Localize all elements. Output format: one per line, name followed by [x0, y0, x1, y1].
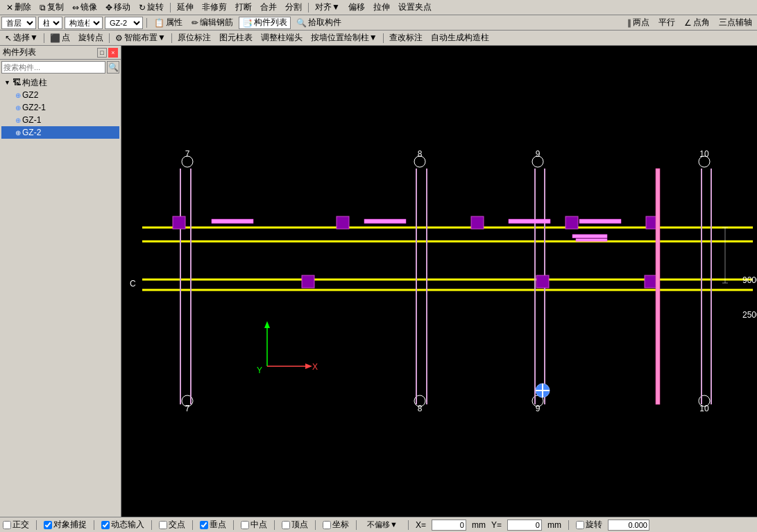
- divider2: [109, 33, 110, 43]
- snap-coordinate[interactable]: 坐标: [323, 519, 349, 531]
- svg-rect-0: [121, 144, 757, 418]
- smart-place-button[interactable]: ⚙ 智能布置▼: [112, 32, 169, 44]
- component-id-select[interactable]: GZ-2: [105, 17, 143, 29]
- properties-icon: 📋: [154, 18, 164, 28]
- offset-mode-button[interactable]: 不偏移▼: [364, 519, 401, 531]
- status-bar: 正交 对象捕捉 动态输入 交点 垂点 中点 顶点 坐标 不偏移▼ X= mm Y…: [0, 517, 757, 532]
- snap-perpendicular[interactable]: 垂点: [200, 519, 226, 531]
- select-button[interactable]: ↖ 选择▼: [1, 32, 42, 44]
- gz-2-icon: ⊕: [15, 129, 21, 137]
- panel-close-button[interactable]: ×: [108, 48, 118, 58]
- pick-component-button[interactable]: 🔍 拾取构件: [293, 17, 345, 29]
- svg-rect-35: [302, 275, 314, 288]
- floor-select[interactable]: 首层: [1, 17, 36, 29]
- select-icon: ↖: [5, 33, 12, 43]
- search-input[interactable]: [1, 61, 105, 74]
- svg-text:9: 9: [536, 404, 541, 413]
- delete-icon: ✕: [6, 3, 13, 12]
- check-label-button[interactable]: 查改标注: [386, 32, 426, 44]
- tree-node-gz-2[interactable]: ⊕ GZ-2: [1, 126, 119, 139]
- root-node-icon: 🏗: [12, 78, 21, 87]
- pick-icon: 🔍: [296, 18, 307, 28]
- component-list-button[interactable]: 📑 构件列表: [239, 17, 291, 29]
- svg-rect-36: [536, 275, 549, 288]
- component-type-select[interactable]: 柱: [38, 17, 62, 29]
- point-button[interactable]: ⬛ 点: [46, 32, 74, 44]
- gz2-label: GZ2: [22, 90, 38, 100]
- divider-dot: [44, 33, 44, 43]
- svg-text:9: 9: [536, 149, 541, 159]
- rotate-input[interactable]: [608, 520, 649, 531]
- split-button[interactable]: 分割: [282, 1, 305, 14]
- auto-construct-button[interactable]: 自动生成构造柱: [427, 32, 493, 44]
- offset-button[interactable]: 偏移: [345, 1, 368, 14]
- svg-text:C: C: [130, 279, 136, 289]
- snap-object[interactable]: 对象捕捉: [44, 519, 87, 531]
- divider3: [171, 33, 172, 43]
- panel-pin-button[interactable]: □: [97, 48, 107, 58]
- snap-dynamic[interactable]: 动态输入: [101, 519, 144, 531]
- rotate-point-button[interactable]: 旋转点: [75, 32, 107, 44]
- origin-label-button[interactable]: 原位标注: [174, 32, 214, 44]
- svg-text:X: X: [312, 362, 318, 372]
- svg-text:7: 7: [185, 404, 190, 413]
- extend-button[interactable]: 延伸: [173, 1, 197, 14]
- tree-node-gz2[interactable]: ⊕ GZ2: [1, 89, 119, 101]
- divider4: [383, 33, 384, 43]
- snap-intersection[interactable]: 交点: [159, 519, 185, 531]
- svg-rect-32: [471, 216, 484, 229]
- panel-title: 构件列表: [3, 46, 36, 58]
- edit-rebar-button[interactable]: ✏ 编辑钢筋: [188, 17, 237, 29]
- stretch-button[interactable]: 拉伸: [370, 1, 393, 14]
- mirror-icon: ⇔: [72, 3, 79, 12]
- edit-rebar-icon: ✏: [192, 18, 198, 28]
- draw-by-wall-button[interactable]: 按墙位置绘制柱▼: [307, 32, 381, 44]
- svg-text:25000: 25000: [742, 310, 757, 320]
- copy-button[interactable]: ⧉ 复制: [36, 1, 67, 14]
- setpoint-button[interactable]: 设置夹点: [395, 1, 435, 14]
- trim-button[interactable]: 非修剪: [198, 1, 230, 14]
- svg-rect-40: [364, 219, 406, 223]
- move-button[interactable]: ✥ 移动: [102, 1, 134, 14]
- mirror-button[interactable]: ⇔ 镜像: [69, 1, 101, 14]
- delete-button[interactable]: ✕ 删除: [3, 1, 35, 14]
- rotate-icon: ↻: [139, 3, 146, 12]
- y-input[interactable]: [507, 520, 542, 531]
- list-icon: 📑: [242, 18, 253, 28]
- figure-table-button[interactable]: 图元柱表: [216, 32, 256, 44]
- align-button[interactable]: 对齐▼: [312, 1, 343, 14]
- tree-node-gz-1[interactable]: ⊕ GZ-1: [1, 114, 119, 126]
- two-points-button[interactable]: ∥ 两点: [624, 17, 653, 29]
- svg-rect-44: [576, 239, 607, 241]
- search-button[interactable]: 🔍: [107, 61, 119, 74]
- search-icon: 🔍: [108, 62, 119, 72]
- parallel-button[interactable]: 平行: [655, 17, 679, 29]
- svg-rect-39: [212, 219, 253, 223]
- rotate-button[interactable]: ↻ 旋转: [135, 1, 167, 14]
- x-input[interactable]: [432, 520, 466, 531]
- tree-root-node[interactable]: ▼ 🏗 构造柱: [1, 76, 119, 89]
- svg-rect-33: [565, 216, 578, 229]
- rotate-checkbox[interactable]: 旋转: [576, 519, 602, 531]
- gz2-icon: ⊕: [15, 92, 21, 99]
- svg-rect-37: [645, 275, 657, 288]
- snap-midpoint[interactable]: 中点: [241, 519, 267, 531]
- three-point-button[interactable]: 三点辅轴: [715, 17, 756, 29]
- svg-rect-42: [579, 219, 621, 223]
- gz-1-icon: ⊕: [15, 117, 21, 124]
- break-button[interactable]: 打断: [232, 1, 255, 14]
- snap-endpoint[interactable]: 顶点: [282, 519, 308, 531]
- copy-icon: ⧉: [40, 3, 46, 12]
- svg-rect-31: [337, 216, 349, 229]
- properties-button[interactable]: 📋 属性: [151, 17, 186, 29]
- adjust-column-end-button[interactable]: 调整柱端头: [257, 32, 306, 44]
- merge-button[interactable]: 合并: [257, 1, 280, 14]
- y-label: Y=: [491, 520, 502, 530]
- component-subtype-select[interactable]: 构造柱: [65, 17, 103, 29]
- canvas-area[interactable]: 7 8 9 10 7 8 9 10 C: [121, 46, 757, 517]
- gz2-1-icon: ⊕: [15, 104, 21, 112]
- angle-point-button[interactable]: ∠ 点角: [681, 17, 713, 29]
- tree-node-gz2-1[interactable]: ⊕ GZ2-1: [1, 101, 119, 114]
- svg-text:7: 7: [185, 149, 190, 159]
- snap-ortho[interactable]: 正交: [3, 519, 29, 531]
